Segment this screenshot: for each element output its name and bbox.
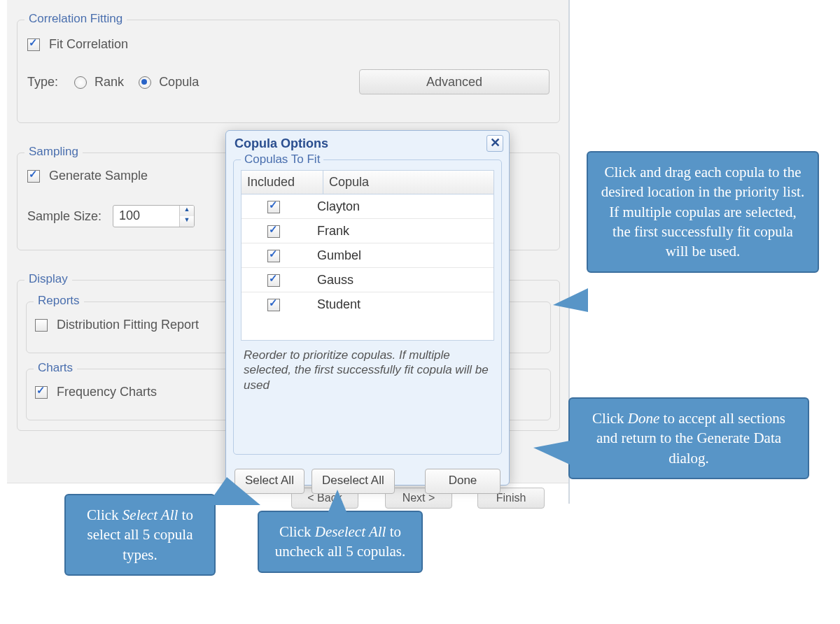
callout-deselect-all: Click Deselect All to uncheck all 5 copu… xyxy=(258,511,423,573)
sampling-legend: Sampling xyxy=(24,145,83,159)
callout-select-all: Click Select All to select all 5 copula … xyxy=(64,494,216,576)
distribution-report-checkbox[interactable] xyxy=(35,319,48,332)
frequency-charts-row: Frequency Charts xyxy=(35,385,157,399)
type-row: Type: Rank Copula xyxy=(27,75,199,90)
distribution-report-label: Distribution Fitting Report xyxy=(57,318,199,332)
display-legend: Display xyxy=(24,272,72,286)
dialog-title: Copula Options xyxy=(226,131,509,155)
callout-done: Click Done to accept all sections and re… xyxy=(568,397,809,479)
fit-correlation-label: Fit Correlation xyxy=(49,37,128,51)
copula-include-checkbox[interactable] xyxy=(267,225,280,238)
copula-name: Gumbel xyxy=(312,248,493,263)
callout-done-tail xyxy=(533,441,570,465)
copula-row[interactable]: Frank xyxy=(241,219,493,243)
generate-sample-label: Generate Sample xyxy=(49,169,148,183)
copula-name: Student xyxy=(312,297,493,312)
col-included: Included xyxy=(241,171,323,194)
correlation-fitting-legend: Correlation Fitting xyxy=(24,12,127,26)
copula-table-header: Included Copula xyxy=(241,171,493,194)
copula-row[interactable]: Gauss xyxy=(241,268,493,292)
copula-table: Included Copula ClaytonFrankGumbelGaussS… xyxy=(241,170,494,341)
sample-size-down[interactable]: ▼ xyxy=(180,216,194,227)
copula-name: Gauss xyxy=(312,273,493,288)
generate-sample-checkbox[interactable] xyxy=(27,170,40,183)
copula-row[interactable]: Student xyxy=(241,292,493,316)
reports-legend: Reports xyxy=(34,294,84,308)
rank-label: Rank xyxy=(94,75,124,89)
copula-name: Frank xyxy=(312,224,493,239)
frequency-charts-checkbox[interactable] xyxy=(35,386,48,399)
copula-include-checkbox[interactable] xyxy=(267,250,280,262)
copula-row[interactable]: Clayton xyxy=(241,194,493,219)
callout-drag: Click and drag each copula to the desire… xyxy=(587,151,819,273)
sample-size-row: Sample Size: 100 ▲ ▼ xyxy=(27,205,195,227)
sample-size-label: Sample Size: xyxy=(27,209,102,224)
sample-size-value: 100 xyxy=(113,206,179,227)
callout-select-all-tail xyxy=(207,477,260,505)
copula-row[interactable]: Gumbel xyxy=(241,243,493,268)
reorder-hint: Reorder to prioritize copulas. If multip… xyxy=(241,341,494,395)
deselect-all-button[interactable]: Deselect All xyxy=(312,469,395,494)
copulas-to-fit-group: Copulas To Fit Included Copula ClaytonFr… xyxy=(233,159,502,455)
frequency-charts-label: Frequency Charts xyxy=(57,385,157,399)
fit-correlation-checkbox[interactable] xyxy=(27,38,40,51)
callout-deselect-all-tail xyxy=(328,490,347,513)
copula-label: Copula xyxy=(159,75,199,89)
advanced-button[interactable]: Advanced xyxy=(359,69,550,94)
copula-include-checkbox[interactable] xyxy=(267,201,280,213)
col-copula: Copula xyxy=(323,171,493,194)
copula-options-dialog: Copula Options ✕ Copulas To Fit Included… xyxy=(225,130,510,485)
copulas-to-fit-legend: Copulas To Fit xyxy=(241,153,323,166)
copula-name: Clayton xyxy=(312,199,493,214)
callout-drag-tail xyxy=(553,288,588,312)
sample-size-spinner[interactable]: 100 ▲ ▼ xyxy=(113,205,195,227)
done-button[interactable]: Done xyxy=(425,469,500,494)
copula-include-checkbox[interactable] xyxy=(267,299,280,311)
type-label: Type: xyxy=(27,75,58,89)
sample-size-up[interactable]: ▲ xyxy=(180,206,194,216)
generate-sample-row: Generate Sample xyxy=(27,169,148,183)
correlation-fitting-group: Correlation Fitting Fit Correlation Type… xyxy=(17,20,560,123)
dialog-button-bar: Select All Deselect All Done xyxy=(226,462,509,502)
charts-legend: Charts xyxy=(34,361,77,375)
copula-radio[interactable] xyxy=(139,76,151,89)
fit-correlation-row: Fit Correlation xyxy=(27,37,128,52)
close-icon[interactable]: ✕ xyxy=(486,135,503,152)
distribution-report-row: Distribution Fitting Report xyxy=(35,318,199,332)
rank-radio[interactable] xyxy=(74,76,87,89)
copula-include-checkbox[interactable] xyxy=(267,274,280,287)
